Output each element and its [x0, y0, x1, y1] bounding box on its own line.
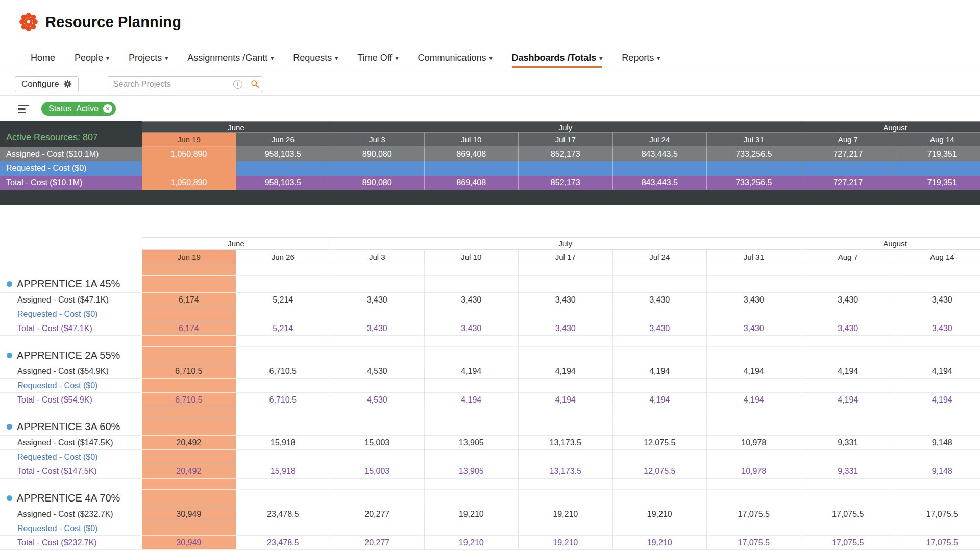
title-cell: [613, 347, 707, 364]
detail-corner: [0, 237, 142, 250]
group-title[interactable]: APPRENTICE 2A 55%: [0, 347, 142, 364]
summary-panel: Active Resources: 807 JuneJulyAugustJun …: [0, 121, 980, 205]
nav-label: Home: [31, 53, 55, 63]
spacer-cell: [707, 264, 801, 276]
cost-cell: 12,075.5: [613, 464, 707, 479]
group-name: APPRENTICE 1A 45%: [17, 278, 120, 290]
cost-cell: [707, 307, 801, 321]
cost-cell: 19,210: [519, 536, 613, 550]
status-filter-chip[interactable]: Status Active ✕: [41, 102, 116, 116]
detail-row-assigned: Assigned - Cost ($54.9K)6,710.56,710.54,…: [0, 364, 980, 379]
nav-item-people[interactable]: People▾: [75, 48, 109, 68]
date-header: Jul 10: [425, 133, 519, 147]
spacer-cell: [613, 264, 707, 276]
summary-cost-cell: 890,080: [330, 147, 425, 161]
info-icon[interactable]: i: [233, 80, 242, 89]
cost-cell: 5,214: [236, 293, 331, 307]
cost-cell: [519, 521, 613, 536]
cost-cell: [895, 307, 980, 321]
cost-cell: 19,210: [613, 507, 707, 521]
detail-date-row: Jun 19Jun 26Jul 3Jul 10Jul 17Jul 24Jul 3…: [0, 250, 980, 264]
cost-cell: 3,430: [425, 293, 519, 307]
title-cell: [425, 276, 519, 293]
search-input[interactable]: [107, 77, 233, 92]
nav-item-reports[interactable]: Reports▾: [622, 48, 660, 68]
nav-item-assignments-gantt[interactable]: Assignments /Gantt▾: [187, 48, 274, 68]
detail-row-assigned: Assigned - Cost ($47.1K)6,1745,2143,4303…: [0, 293, 980, 307]
cost-cell: 9,148: [895, 464, 980, 479]
cost-cell: 17,075.5: [801, 507, 896, 521]
cost-cell: [330, 379, 425, 393]
spacer-cell: [142, 407, 236, 418]
cost-cell: 20,277: [330, 536, 425, 550]
date-header: Jun 26: [236, 133, 331, 147]
group-dot-icon: [7, 281, 12, 287]
cost-cell: 4,194: [707, 364, 801, 379]
group-title[interactable]: APPRENTICE 3A 60%: [0, 418, 142, 436]
cost-cell: 3,430: [707, 321, 801, 336]
cost-cell: [425, 379, 519, 393]
title-cell: [142, 490, 236, 507]
group-spacer: [0, 407, 142, 418]
spacer-cell: [425, 479, 519, 490]
group-spacer-row: [0, 264, 980, 276]
filter-icon[interactable]: [18, 105, 29, 113]
spacer-cell: [707, 479, 801, 490]
cost-cell: 23,478.5: [236, 536, 331, 550]
filter-bar: Status Active ✕: [0, 96, 980, 121]
summary-cost-cell: 869,408: [425, 176, 519, 190]
cost-cell: 17,075.5: [707, 507, 801, 521]
cost-cell: [707, 450, 801, 464]
chevron-down-icon: ▾: [271, 55, 274, 61]
date-header: Jul 10: [425, 250, 519, 264]
summary-cost-cell: 733,256.5: [707, 147, 801, 161]
summary-cost-cell: 852,173: [519, 147, 613, 161]
cost-cell: 9,148: [895, 436, 980, 450]
group-title[interactable]: APPRENTICE 4A 70%: [0, 490, 142, 507]
nav-item-home[interactable]: Home: [31, 48, 55, 68]
nav-label: People: [75, 53, 103, 63]
cost-cell: 4,194: [519, 364, 613, 379]
configure-button[interactable]: Configure: [15, 76, 79, 92]
cost-cell: [330, 307, 425, 321]
summary-cost-cell: 1,050,890: [142, 176, 236, 190]
app-header: Resource Planning: [0, 0, 980, 44]
date-header: Jul 31: [707, 133, 801, 147]
group-title[interactable]: APPRENTICE 1A 45%: [0, 276, 142, 293]
summary-cost-cell: [519, 161, 613, 176]
summary-cost-cell: 727,217: [801, 147, 896, 161]
cost-cell: [895, 379, 980, 393]
group-spacer-row: [0, 407, 980, 418]
title-cell: [425, 347, 519, 364]
title-cell: [330, 347, 425, 364]
cost-cell: 3,430: [613, 321, 707, 336]
title-cell: [519, 490, 613, 507]
title-cell: [519, 347, 613, 364]
cost-cell: 6,174: [142, 293, 236, 307]
cost-cell: [142, 521, 236, 536]
cost-cell: 4,194: [519, 393, 613, 407]
spacer-cell: [895, 407, 980, 418]
cost-cell: 23,478.5: [236, 507, 331, 521]
nav-item-time-off[interactable]: Time Off▾: [357, 48, 398, 68]
requested-row-label: Requested - Cost ($0): [0, 450, 142, 464]
spacer-cell: [236, 336, 331, 347]
configure-label: Configure: [21, 79, 59, 89]
nav-item-projects[interactable]: Projects▾: [129, 48, 168, 68]
cost-cell: [330, 450, 425, 464]
remove-filter-icon[interactable]: ✕: [103, 104, 112, 113]
spacer-cell: [236, 479, 331, 490]
cost-cell: [613, 521, 707, 536]
cost-cell: 6,710.5: [142, 364, 236, 379]
title-cell: [801, 276, 896, 293]
page-title: Resource Planning: [45, 14, 181, 31]
group-spacer: [0, 336, 142, 347]
nav-item-dashboards-totals[interactable]: Dashboards /Totals▾: [512, 48, 603, 68]
nav-item-requests[interactable]: Requests▾: [293, 48, 338, 68]
cost-cell: 3,430: [330, 321, 425, 336]
summary-cost-cell: [142, 161, 236, 176]
search-icon[interactable]: [247, 77, 263, 92]
date-header: Jul 24: [613, 133, 707, 147]
summary-cost-cell: 843,443.5: [613, 147, 707, 161]
nav-item-communications[interactable]: Communications▾: [418, 48, 492, 68]
